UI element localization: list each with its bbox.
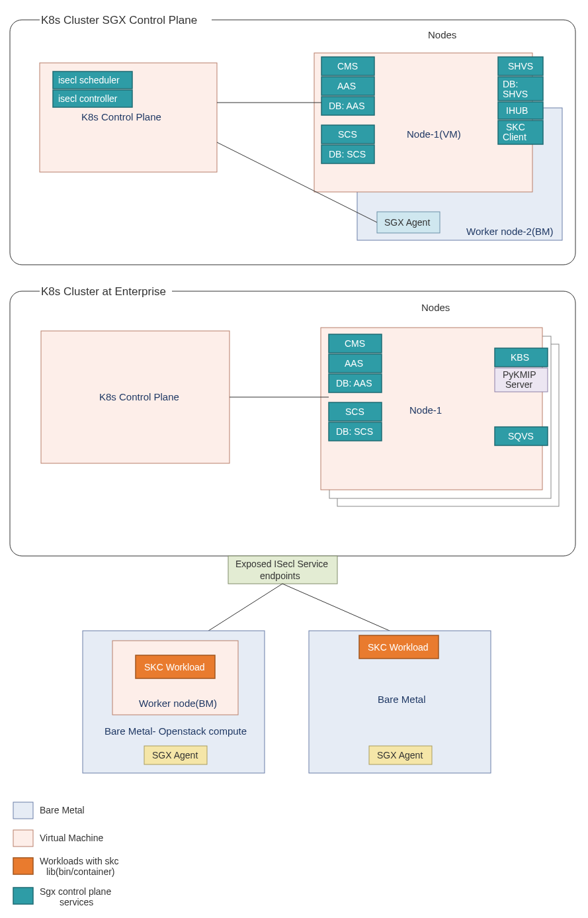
left-skc-workload-label: SKC Workload [144, 662, 205, 672]
svc-kbs-label: KBS [511, 352, 529, 363]
svc2-db-scs: DB: SCS [336, 426, 373, 437]
legend-svc-swatch [13, 888, 33, 904]
cluster1-sgx-agent-label: SGX Agent [384, 217, 430, 228]
svc-ihub: IHUB [506, 105, 528, 116]
cluster1-nodes-label: Nodes [428, 29, 456, 40]
cluster1-title: K8s Cluster SGX Control Plane [41, 14, 197, 26]
svc2-cms: CMS [345, 338, 365, 349]
svc-db-shvs-l1: DB: [503, 79, 518, 89]
svc-sqvs-label: SQVS [508, 431, 534, 441]
cluster1-left-services: CMS AAS DB: AAS SCS DB: SCS [321, 57, 374, 163]
legend-wl-l2: lib(bin/container) [46, 866, 115, 877]
left-sgx-agent-label: SGX Agent [152, 750, 198, 760]
legend-vm-label: Virtual Machine [40, 833, 103, 843]
svc-aas: AAS [337, 81, 356, 91]
svc2-aas: AAS [345, 358, 363, 369]
svc2-db-aas: DB: AAS [336, 378, 372, 389]
left-host-sub: Bare Metal- Openstack compute [105, 725, 247, 737]
cluster2-node1-label: Node-1 [409, 404, 442, 416]
right-skc-workload-label: SKC Workload [368, 642, 429, 653]
svc-cms: CMS [337, 61, 358, 71]
legend: Bare Metal Virtual Machine Workloads wit… [13, 802, 119, 907]
cluster1-node1-label: Node-1(VM) [407, 128, 461, 140]
legend-wl-l1: Workloads with skc [40, 856, 119, 866]
legend-svc-l1: Sgx control plane [40, 886, 111, 897]
legend-bm-swatch [13, 802, 33, 819]
legend-wl-swatch [13, 858, 33, 874]
left-workernode-label: Worker node(BM) [139, 698, 217, 709]
cluster2-cp-label: K8s Control Plane [99, 391, 179, 402]
cluster2-nodes-label: Nodes [421, 302, 450, 313]
svc-scs: SCS [338, 129, 357, 140]
svc-skc-l2: Client [503, 132, 526, 142]
cluster1-worker-bm-label: Worker node-2(BM) [466, 226, 553, 237]
legend-vm-swatch [13, 830, 33, 847]
right-host-sub: Bare Metal [378, 694, 426, 705]
endpoints-l2: endpoints [260, 571, 300, 581]
pykmip-l1: PyKMIP [503, 369, 536, 380]
svc2-scs: SCS [345, 406, 364, 417]
legend-bm-label: Bare Metal [40, 805, 85, 815]
connector-ep-right [282, 584, 400, 635]
cluster1-cp-label: K8s Control Plane [81, 111, 161, 122]
svc-db-shvs-l2: SHVS [503, 89, 528, 99]
svc-db-scs: DB: SCS [329, 149, 366, 160]
endpoints-l1: Exposed ISecl Service [235, 559, 328, 569]
right-sgx-agent-label: SGX Agent [377, 750, 423, 760]
pykmip-l2: Server [505, 379, 533, 390]
svc-shvs: SHVS [508, 61, 533, 71]
legend-svc-l2: services [60, 897, 93, 907]
svc-db-aas: DB: AAS [329, 101, 364, 111]
cluster1-right-services: SHVS DB:SHVS IHUB SKCClient [498, 57, 543, 144]
isecl-scheduler-label: isecl scheduler [58, 75, 120, 85]
svc-skc-l1: SKC [506, 122, 525, 132]
cluster2-title: K8s Cluster at Enterprise [41, 285, 166, 298]
cluster2-left-services: CMS AAS DB: AAS SCS DB: SCS [329, 334, 382, 441]
isecl-controller-label: isecl controller [58, 93, 118, 104]
